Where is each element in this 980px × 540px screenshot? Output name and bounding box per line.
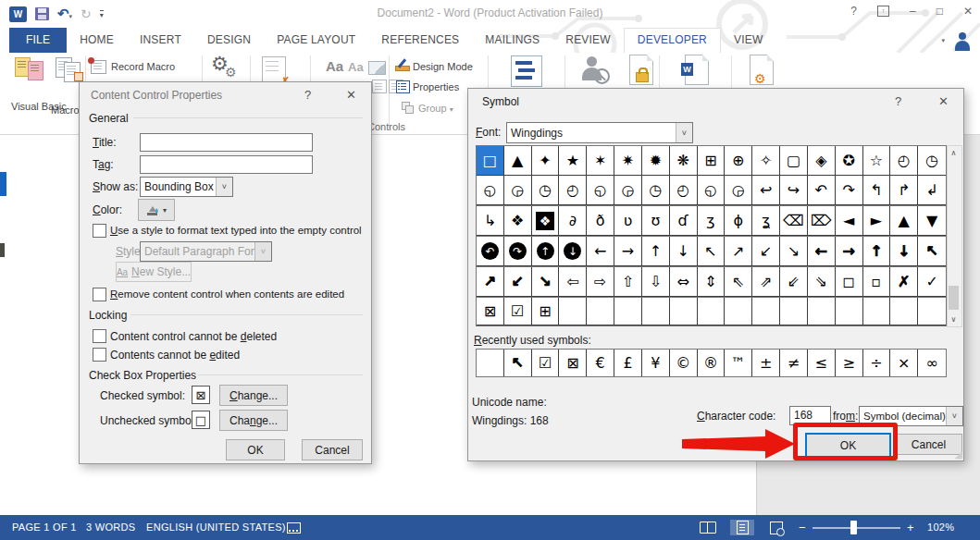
tab-file[interactable]: FILE [9,28,67,53]
resize-grip-icon[interactable]: ◢ [955,448,962,460]
symbol-cell[interactable]: ◵ [587,176,614,205]
symbol-cell[interactable] [752,298,780,325]
tab-page-layout[interactable]: PAGE LAYOUT [264,28,368,53]
symbol-cell[interactable]: ⇧ [614,267,642,297]
symbol-cell[interactable]: ▢ [780,146,808,176]
recent-symbol-cell[interactable]: ™ [725,350,752,376]
symbol-cell[interactable]: ◷ [532,176,560,205]
help-icon[interactable]: ? [850,5,857,18]
recent-symbol-cell[interactable]: © [670,350,698,376]
symbol-cell[interactable]: ⊕ [725,146,752,176]
symbol-cell[interactable]: ⇖ [725,267,752,297]
chevron-down-icon[interactable]: ˅ [676,123,692,142]
document-template-icon[interactable]: W [685,55,709,85]
visual-basic-button[interactable] [15,57,46,81]
tab-review[interactable]: REVIEW [552,28,624,53]
symbol-cell[interactable]: ϕ [725,206,752,236]
close-icon[interactable]: ✕ [963,5,973,18]
ok-button[interactable]: OK [226,439,285,460]
symbol-cell[interactable]: ↶ [808,176,836,205]
group-button[interactable]: Group ▾ [418,103,453,114]
symbol-cell[interactable]: ʋ [614,206,642,236]
cancel-button[interactable]: Cancel [302,439,363,460]
web-layout-button[interactable] [764,520,788,535]
page-count-status[interactable]: PAGE 1 OF 1 [12,522,77,533]
color-picker-button[interactable]: ▾ [138,199,175,221]
symbol-cell[interactable]: ◵ [698,176,726,205]
zoom-slider-thumb[interactable] [850,521,857,534]
symbol-cell[interactable] [559,298,587,325]
symbol-cell[interactable]: ɗ [670,206,698,236]
symbol-cell[interactable]: ↓ [670,237,698,266]
recent-symbol-cell[interactable]: ☑ [532,350,560,376]
symbol-cell[interactable]: ◶ [504,176,532,205]
symbol-cell[interactable]: ▲ [890,206,918,236]
minimize-icon[interactable]: – [910,5,916,18]
zoom-out-button[interactable]: − [799,521,806,534]
symbol-cell[interactable]: ⇨ [587,267,614,297]
symbol-cell[interactable]: ◈ [808,146,836,176]
recent-symbol-cell[interactable]: ® [698,350,726,376]
symbol-cell[interactable] [918,298,946,325]
recent-symbol-cell[interactable]: ± [752,350,780,376]
symbol-cell[interactable]: ⇔ [670,267,698,297]
symbol-cell[interactable]: ► [863,206,891,236]
symbol-cell[interactable]: ⇘ [808,267,836,297]
recent-symbol-cell[interactable]: ∞ [918,350,946,376]
recent-symbol-cell[interactable]: ≤ [808,350,836,376]
recent-symbol-cell[interactable]: € [587,350,614,376]
recent-symbol-cell[interactable]: ÷ [863,350,891,376]
symbol-cell[interactable]: ↗ [725,237,752,266]
zoom-in-button[interactable]: + [907,521,914,534]
symbol-cell[interactable]: ↩ [752,176,780,205]
symbol-cell[interactable]: ◴ [559,176,587,205]
symbol-cell[interactable] [863,298,891,325]
symbol-cell[interactable]: ← [587,237,614,266]
show-as-dropdown[interactable]: Bounding Box ˅ [140,177,233,197]
symbol-cell[interactable]: ⇦ [559,267,587,297]
change-unchecked-button[interactable]: Change... [219,410,288,431]
print-layout-button[interactable] [730,520,754,535]
symbol-cell[interactable]: ↷ [504,237,532,266]
tab-design[interactable]: DESIGN [194,28,264,53]
recent-symbol-cell[interactable]: ≠ [780,350,808,376]
close-icon[interactable]: ✕ [346,88,356,102]
symbol-cell[interactable]: ❖ [532,206,560,236]
symbol-cell[interactable]: → [836,237,863,266]
symbol-cell[interactable]: ↳ [477,206,504,236]
symbol-cell[interactable]: ⊞ [532,298,560,325]
cannot-delete-checkbox[interactable] [93,329,106,343]
symbol-cell[interactable] [808,298,836,325]
recent-symbol-cell[interactable]: ¥ [642,350,670,376]
ribbon-display-options-icon[interactable]: ↑ [877,6,889,17]
symbol-cell[interactable]: ⌫ [780,206,808,236]
symbol-cell[interactable]: ❋ [670,146,698,176]
language-status[interactable]: ENGLISH (UNITED STATES) [146,522,286,533]
symbol-cell[interactable]: ⇗ [752,267,780,297]
tab-mailings[interactable]: MAILINGS [472,28,552,53]
chevron-down-icon[interactable]: ˅ [216,178,232,196]
symbol-cell[interactable]: ↰ [863,176,891,205]
save-icon[interactable] [35,7,49,20]
recent-symbol-cell[interactable]: ↖ [504,350,532,376]
symbol-cell[interactable]: ↗ [477,267,504,297]
recent-symbol-cell[interactable]: ≥ [836,350,863,376]
properties-button[interactable]: Properties [413,81,459,92]
undo-button[interactable]: ↶▾ [57,7,72,21]
symbol-cell[interactable] [587,298,614,325]
symbol-cell[interactable]: ʊ [642,206,670,236]
symbol-cell[interactable]: □ [477,146,504,176]
symbol-cell[interactable]: ↘ [532,267,560,297]
symbol-cell[interactable]: ↪ [780,176,808,205]
symbol-cell[interactable]: ✦ [532,146,560,176]
symbol-cell[interactable]: ↑ [863,237,891,266]
addins-gear-icon[interactable]: ⚙ [225,65,237,80]
symbol-cell[interactable]: ✧ [752,146,780,176]
restrict-editing-icon[interactable] [629,55,653,85]
symbol-cell[interactable]: ↑ [642,237,670,266]
symbol-cell[interactable]: ← [808,237,836,266]
symbol-cell[interactable]: ✷ [614,146,642,176]
symbol-cell[interactable] [642,298,670,325]
use-style-checkbox[interactable] [93,224,106,238]
scrollbar-thumb[interactable] [949,286,959,310]
